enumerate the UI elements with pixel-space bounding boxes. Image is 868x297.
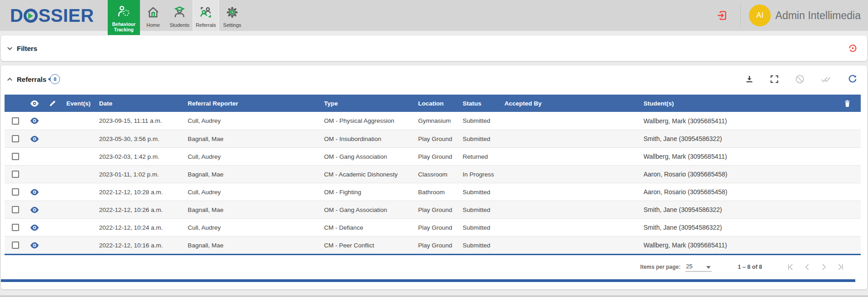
- dossier-logo[interactable]: DSSIER: [0, 0, 94, 31]
- reset-history-icon[interactable]: [847, 43, 858, 54]
- delete-trash-icon[interactable]: [833, 99, 861, 108]
- filters-panel[interactable]: Filters: [1, 35, 867, 61]
- caret-down-icon: [706, 266, 711, 269]
- nav-label: Settings: [223, 22, 241, 28]
- table-row: 2022-12-12, 10:26 a.m. Bagnall, Mae OM -…: [5, 201, 861, 218]
- block-icon[interactable]: [794, 74, 805, 85]
- cell-reporter: Bagnall, Mae: [184, 171, 320, 178]
- referrals-panel-header: Referrals 8: [1, 65, 867, 93]
- row-checkbox[interactable]: [12, 117, 19, 125]
- chevron-up-icon[interactable]: [6, 76, 13, 83]
- page-range-label: 1 – 8 of 8: [738, 264, 763, 270]
- prev-page-icon[interactable]: [803, 262, 812, 272]
- first-page-icon[interactable]: [786, 262, 795, 272]
- items-per-page-select[interactable]: 25: [685, 263, 712, 272]
- cell-reporter: Cull, Audrey: [184, 189, 320, 196]
- table-row: 2023-05-30, 3:56 p.m. Bagnall, Mae OM - …: [5, 130, 861, 147]
- table-body: 2023-09-15, 11:11 a.m. Cull, Audrey OM -…: [5, 112, 861, 254]
- cell-status: Submitted: [459, 206, 501, 213]
- user-area: AI Admin Intellimedia: [716, 0, 868, 31]
- cell-location: Play Ground: [414, 136, 459, 142]
- cell-status: In Progress: [459, 171, 501, 178]
- table-row: 2023-09-15, 11:11 a.m. Cull, Audrey OM -…: [5, 112, 861, 130]
- cell-date: 2023-02-03, 1:42 p.m.: [95, 153, 184, 160]
- cell-date: 2023-09-15, 11:11 a.m.: [95, 117, 184, 124]
- settings-icon: [225, 5, 239, 22]
- table-row: 2022-12-12, 10:16 a.m. Bagnall, Mae CM -…: [5, 236, 861, 254]
- cell-status: Submitted: [459, 242, 501, 249]
- nav-referrals[interactable]: Referrals: [193, 0, 219, 31]
- row-checkbox[interactable]: [12, 153, 19, 160]
- view-eye-icon[interactable]: [30, 117, 40, 125]
- cell-date: 2023-01-11, 1:02 p.m.: [95, 171, 184, 178]
- table-row: 2023-01-11, 1:02 p.m. Bagnall, Mae CM - …: [5, 165, 861, 183]
- row-checkbox[interactable]: [12, 224, 19, 231]
- cell-students: Smith, Jane (30954586322): [640, 206, 833, 213]
- last-page-icon[interactable]: [836, 262, 845, 272]
- logo-play-icon: [24, 9, 38, 23]
- cell-status: Returned: [459, 153, 501, 160]
- behaviour-tracking-icon: [117, 5, 130, 21]
- divider: [740, 5, 741, 26]
- fullscreen-icon[interactable]: [769, 74, 779, 84]
- cell-type: OM - Insubordination: [320, 136, 414, 142]
- col-location: Location: [414, 100, 459, 107]
- view-eye-icon[interactable]: [30, 206, 40, 214]
- items-per-page-value: 25: [686, 263, 693, 270]
- row-checkbox[interactable]: [12, 171, 19, 178]
- table-row: 2022-12-12, 10:24 a.m. Cull, Audrey CM -…: [5, 218, 861, 236]
- user-name: Admin Intellimedia: [775, 10, 861, 22]
- done-all-icon[interactable]: [820, 74, 832, 85]
- cell-location: Play Ground: [414, 242, 459, 249]
- cell-type: OM - Gang Association: [320, 153, 414, 160]
- row-checkbox[interactable]: [12, 188, 19, 196]
- cell-students: Wallberg, Mark (3095685411): [640, 242, 833, 249]
- nav-behaviour-tracking[interactable]: Behaviour Tracking: [108, 0, 140, 35]
- cell-location: Classroom: [414, 171, 459, 178]
- cell-date: 2022-12-12, 10:28 a.m.: [95, 189, 184, 196]
- cell-location: Play Ground: [414, 153, 459, 160]
- cell-type: CM - Academic Dishonesty: [320, 171, 414, 178]
- avatar[interactable]: AI: [749, 5, 771, 26]
- pager: [786, 262, 845, 272]
- download-icon[interactable]: [744, 74, 754, 84]
- cell-reporter: Cull, Audrey: [184, 153, 320, 160]
- view-eye-icon[interactable]: [30, 188, 40, 196]
- cell-type: CM - Defiance: [320, 224, 414, 231]
- items-per-page-label: Items per page:: [640, 264, 681, 270]
- view-eye-icon[interactable]: [30, 242, 40, 249]
- nav-settings[interactable]: Settings: [219, 0, 245, 31]
- cell-reporter: Bagnall, Mae: [184, 136, 320, 142]
- main-nav: Behaviour Tracking Home Students: [108, 0, 245, 31]
- cell-students: Aaron, Rosario (3095685458): [640, 188, 833, 196]
- cell-status: Submitted: [459, 136, 501, 142]
- nav-label: Students: [170, 22, 189, 28]
- cell-date: 2022-12-12, 10:26 a.m.: [95, 206, 184, 213]
- nav-home[interactable]: Home: [140, 0, 166, 31]
- view-eye-icon[interactable]: [30, 135, 40, 143]
- row-checkbox[interactable]: [12, 242, 19, 249]
- table-header: Event(s) Date Referral Reporter Type Loc…: [5, 95, 861, 112]
- logo-text: DSSIER: [10, 6, 94, 25]
- nav-students[interactable]: Students: [166, 0, 193, 31]
- cell-status: Submitted: [459, 189, 501, 196]
- nav-label: Home: [146, 22, 160, 28]
- horizontal-scrollbar[interactable]: [1, 279, 855, 282]
- cell-type: CM - Peer Conflict: [320, 242, 414, 249]
- nav-label: Behaviour Tracking: [108, 21, 140, 32]
- cell-status: Submitted: [459, 117, 501, 124]
- row-checkbox[interactable]: [12, 135, 19, 142]
- logout-icon[interactable]: [716, 10, 728, 21]
- refresh-icon[interactable]: [847, 74, 858, 85]
- cell-type: OM - Physical Aggression: [320, 117, 414, 124]
- next-page-icon[interactable]: [819, 262, 828, 272]
- row-checkbox[interactable]: [12, 206, 19, 213]
- referrals-panel: Referrals 8: [1, 65, 867, 289]
- cell-type: OM - Gang Association: [320, 206, 414, 213]
- cell-students: Smith, Jane (30954586322): [640, 224, 833, 231]
- col-events: Event(s): [63, 100, 95, 107]
- chevron-down-icon[interactable]: [6, 45, 13, 52]
- view-eye-icon[interactable]: [30, 224, 40, 232]
- referrals-table: Event(s) Date Referral Reporter Type Loc…: [5, 95, 861, 255]
- count-badge: 8: [50, 74, 60, 84]
